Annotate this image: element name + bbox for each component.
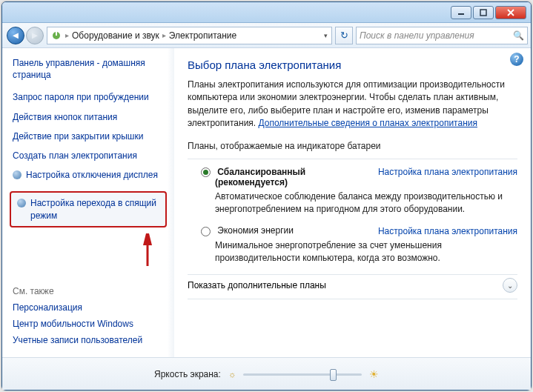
power-plan-balanced: Сбалансированный Настройка плана электро… [201, 167, 517, 216]
see-also-user-accounts[interactable]: Учетные записи пользователей [13, 335, 171, 345]
see-also-mobility-center[interactable]: Центр мобильности Windows [13, 319, 171, 329]
plan-name: Экономия энергии [217, 225, 294, 236]
divider [188, 159, 517, 159]
slider-track [243, 373, 362, 376]
svg-rect-1 [480, 10, 486, 16]
minimize-icon [457, 9, 465, 16]
maximize-button[interactable] [473, 6, 494, 19]
titlebar [2, 2, 531, 23]
help-icon: ? [514, 54, 519, 64]
learn-more-link[interactable]: Дополнительные сведения о планах электро… [259, 118, 477, 128]
window: ◄ ► ▸ Оборудование и звук ▸ Электропитан… [1, 1, 532, 391]
sidebar-item-display-off[interactable]: Настройка отключения дисплея [13, 169, 171, 181]
sidebar-item-lid-close[interactable]: Действие при закрытии крышки [13, 130, 171, 142]
brightness-label: Яркость экрана: [154, 369, 221, 379]
help-button[interactable]: ? [510, 53, 523, 66]
plan-settings-link[interactable]: Настройка плана электропитания [378, 167, 517, 177]
back-button[interactable]: ◄ [7, 27, 24, 44]
sidebar-item-label: Настройка отключения дисплея [26, 169, 158, 181]
see-also-heading: См. также [13, 286, 171, 296]
sun-bright-icon: ☀ [369, 368, 379, 380]
control-panel-home-link[interactable]: Панель управления - домашняя страница [13, 57, 171, 81]
address-bar[interactable]: ▸ Оборудование и звук ▸ Электропитание ▾ [47, 27, 332, 44]
arrow-right-icon: ► [30, 30, 40, 41]
main-panel: ? Выбор плана электропитания Планы элект… [174, 48, 531, 357]
sidebar-item-sleep[interactable]: Настройка перехода в спящий режим [17, 197, 159, 221]
power-icon [50, 30, 62, 41]
close-icon [507, 9, 514, 16]
minimize-button[interactable] [451, 6, 471, 19]
svg-rect-3 [56, 32, 57, 36]
plan-settings-link[interactable]: Настройка плана электропитания [378, 226, 517, 236]
radio-saver[interactable] [201, 227, 211, 236]
slider-thumb[interactable] [330, 369, 337, 381]
plan-recommended-label: (рекомендуется) [215, 177, 517, 187]
search-icon: 🔍 [513, 30, 524, 41]
arrow-left-icon: ◄ [11, 30, 21, 41]
close-button[interactable] [495, 6, 526, 19]
nav-back-forward: ◄ ► [5, 26, 44, 45]
svg-rect-0 [458, 13, 464, 15]
annotation-arrow-icon [141, 233, 154, 268]
footer-bar: Яркость экрана: ☼ ☀ [2, 357, 531, 390]
refresh-button[interactable]: ↻ [335, 27, 353, 44]
sidebar: Панель управления - домашняя страница За… [2, 48, 174, 357]
chevron-down-icon: ⌄ [503, 278, 517, 293]
sidebar-item-create-plan[interactable]: Создать план электропитания [13, 150, 171, 162]
refresh-icon: ↻ [340, 30, 348, 41]
breadcrumb-sep: ▸ [65, 31, 69, 39]
page-title: Выбор плана электропитания [188, 59, 517, 71]
search-placeholder: Поиск в панели управления [360, 30, 474, 41]
power-plan-saver: Экономия энергии Настройка плана электро… [201, 225, 517, 264]
see-also-personalization[interactable]: Персонализация [13, 302, 171, 313]
annotation-highlight-box: Настройка перехода в спящий режим [10, 191, 167, 227]
address-dropdown[interactable]: ▾ [320, 32, 331, 39]
sidebar-item-label: Настройка перехода в спящий режим [30, 197, 159, 221]
bullet-icon [13, 170, 21, 179]
expander-label: Показать дополнительные планы [188, 280, 326, 290]
plan-description: Минимальное энергопотребление за счет ум… [215, 239, 517, 265]
sidebar-item-password[interactable]: Запрос пароля при пробуждении [13, 91, 171, 103]
content-body: Панель управления - домашняя страница За… [2, 48, 531, 357]
maximize-icon [480, 9, 487, 16]
breadcrumb-sep: ▸ [162, 31, 166, 39]
show-more-plans[interactable]: Показать дополнительные планы ⌄ [188, 274, 517, 299]
sidebar-item-power-buttons[interactable]: Действия кнопок питания [13, 111, 171, 123]
navigation-bar: ◄ ► ▸ Оборудование и звук ▸ Электропитан… [2, 23, 531, 48]
plan-name: Сбалансированный [217, 167, 305, 177]
forward-button[interactable]: ► [26, 27, 44, 44]
search-box[interactable]: Поиск в панели управления 🔍 [356, 27, 528, 44]
breadcrumb-seg-2[interactable]: Электропитание [169, 30, 236, 41]
sun-dim-icon: ☼ [228, 370, 236, 379]
section-heading: Планы, отображаемые на индикаторе батаре… [188, 141, 517, 151]
bullet-icon [17, 199, 26, 207]
page-description: Планы электропитания используются для оп… [188, 79, 517, 130]
breadcrumb-seg-1[interactable]: Оборудование и звук [72, 30, 159, 41]
brightness-slider[interactable] [243, 368, 362, 381]
radio-balanced[interactable] [201, 167, 211, 177]
plan-description: Автоматическое соблюдение баланса между … [215, 190, 517, 216]
